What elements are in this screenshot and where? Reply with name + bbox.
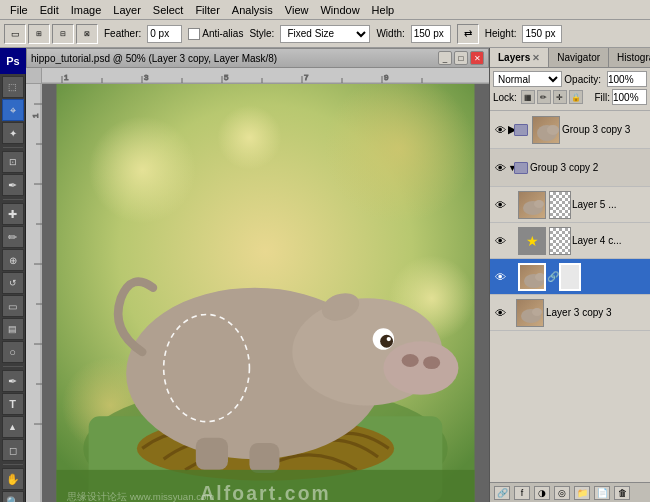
svg-rect-17 [26,84,42,502]
layer-item-layer5[interactable]: 👁 Layer 5 ... [490,187,650,223]
minimize-btn[interactable]: _ [438,51,452,65]
tab-histogram[interactable]: Histogram [609,48,650,67]
marquee-tool[interactable]: ⬚ [2,76,24,98]
svg-text:9: 9 [384,73,389,82]
height-input[interactable] [522,25,562,43]
marquee-inter-btn[interactable]: ⊠ [76,24,98,44]
menu-window[interactable]: Window [314,0,365,19]
visibility-icon-group3copy3[interactable]: 👁 [492,122,508,138]
style-select[interactable]: Fixed Size Normal Fixed Ratio [280,25,370,43]
new-adj-layer-btn[interactable]: ◎ [554,486,570,500]
gradient-tool[interactable]: ▤ [2,318,24,340]
layer-item-group3copy2[interactable]: 👁 ▼ Group 3 copy 2 [490,149,650,187]
link-layers-btn[interactable]: 🔗 [494,486,510,500]
svg-point-42 [423,356,440,369]
lock-all-btn[interactable]: 🔒 [569,90,583,104]
layer-item-layer4c[interactable]: 👁 ★ Layer 4 c... [490,223,650,259]
quick-select-tool[interactable]: ✦ [2,122,24,144]
layer-item-group3copy3[interactable]: 👁 ▶ Group 3 copy 3 [490,111,650,149]
brush-tool[interactable]: ✏ [2,226,24,248]
menu-image[interactable]: Image [65,0,108,19]
visibility-icon-layer3copyX[interactable]: 👁 [492,269,508,285]
ruler-vertical: 1 [26,84,42,502]
marquee-rect-btn[interactable]: ▭ [4,24,26,44]
opacity-label: Opacity: [564,74,601,85]
tab-navigator[interactable]: Navigator [549,48,609,67]
menu-layer[interactable]: Layer [107,0,147,19]
layers-tab-close[interactable]: ✕ [532,53,540,63]
crop-tool[interactable]: ⊡ [2,151,24,173]
dodge-tool[interactable]: ○ [2,341,24,363]
svg-text:5: 5 [224,73,229,82]
visibility-icon-group3copy2[interactable]: 👁 [492,160,508,176]
layer-item-layer3copyX[interactable]: 👁 🔗 [490,259,650,295]
text-tool[interactable]: T [2,393,24,415]
anti-alias-label: Anti-alias [202,28,243,39]
svg-point-56 [534,200,544,208]
layer-name-group3copy3: Group 3 copy 3 [562,124,648,135]
new-layer-btn[interactable]: 📄 [594,486,610,500]
canvas-area: hippo_tutorial.psd @ 50% (Layer 3 copy, … [26,48,490,502]
main-area: Ps ⬚ ⌖ ✦ ⊡ ✒ ✚ ✏ ⊕ ↺ ▭ ▤ ○ ✒ T ▲ ◻ ✋ 🔍 [0,48,650,502]
panel-tabs: Layers ✕ Navigator Histogram [490,48,650,68]
lock-transparent-btn[interactable]: ▦ [521,90,535,104]
layer-mask-layer3copyX [559,263,581,291]
svg-rect-47 [196,438,228,470]
tab-layers[interactable]: Layers ✕ [490,48,549,67]
opacity-input[interactable] [607,71,647,87]
pen-tool[interactable]: ✒ [2,370,24,392]
delete-layer-btn[interactable]: 🗑 [614,486,630,500]
layer-thumb-layer4c: ★ [518,227,546,255]
hand-tool[interactable]: ✋ [2,468,24,490]
layer-thumb-group3copy3 [532,116,560,144]
menu-help[interactable]: Help [366,0,401,19]
lock-image-btn[interactable]: ✏ [537,90,551,104]
fill-label: Fill: [594,92,610,103]
visibility-icon-layer4c[interactable]: 👁 [492,233,508,249]
height-label: Height: [485,28,517,39]
healing-tool[interactable]: ✚ [2,203,24,225]
width-input[interactable] [411,25,451,43]
ruler-corner [26,68,42,84]
menu-file[interactable]: File [4,0,34,19]
svg-point-58 [535,273,545,281]
add-style-btn[interactable]: f [514,486,530,500]
marquee-sub-btn[interactable]: ⊟ [52,24,74,44]
visibility-icon-layer5[interactable]: 👁 [492,197,508,213]
eyedropper-tool[interactable]: ✒ [2,174,24,196]
eraser-tool[interactable]: ▭ [2,295,24,317]
ruler-h-svg: 1 3 5 7 9 [42,68,489,84]
ruler-horizontal: 1 3 5 7 9 [42,68,489,84]
zoom-tool[interactable]: 🔍 [2,491,24,502]
visibility-icon-layer3copy3bottom[interactable]: 👁 [492,305,508,321]
history-brush[interactable]: ↺ [2,272,24,294]
fill-input[interactable] [612,89,647,105]
menu-analysis[interactable]: Analysis [226,0,279,19]
path-select-tool[interactable]: ▲ [2,416,24,438]
marquee-mode-btn[interactable]: ⊞ [28,24,50,44]
svg-text:Alfoart.com: Alfoart.com [200,483,331,502]
anti-alias-checkbox[interactable] [188,28,200,40]
tool-separator-1 [3,147,23,148]
svg-rect-48 [249,443,279,473]
close-btn[interactable]: ✕ [470,51,484,65]
canvas-image[interactable]: Alfoart.com 思缘设计论坛 www.missyuan.com [42,84,489,502]
feather-input[interactable] [147,25,182,43]
menu-select[interactable]: Select [147,0,190,19]
lock-position-btn[interactable]: ✛ [553,90,567,104]
swap-dimensions-btn[interactable]: ⇄ [457,24,479,44]
ruler-row: 1 3 5 7 9 [26,68,489,84]
new-group-btn[interactable]: 📁 [574,486,590,500]
shape-tool[interactable]: ◻ [2,439,24,461]
menu-view[interactable]: View [279,0,315,19]
layer-item-layer3copy3bottom[interactable]: 👁 Layer 3 copy 3 [490,295,650,331]
options-bar: ▭ ⊞ ⊟ ⊠ Feather: Anti-alias Style: Fixed… [0,20,650,48]
add-mask-btn[interactable]: ◑ [534,486,550,500]
blend-mode-select[interactable]: Normal Multiply Screen [493,71,562,87]
menu-filter[interactable]: Filter [189,0,225,19]
lasso-tool[interactable]: ⌖ [2,99,24,121]
maximize-btn[interactable]: □ [454,51,468,65]
width-label: Width: [376,28,404,39]
menu-edit[interactable]: Edit [34,0,65,19]
clone-tool[interactable]: ⊕ [2,249,24,271]
